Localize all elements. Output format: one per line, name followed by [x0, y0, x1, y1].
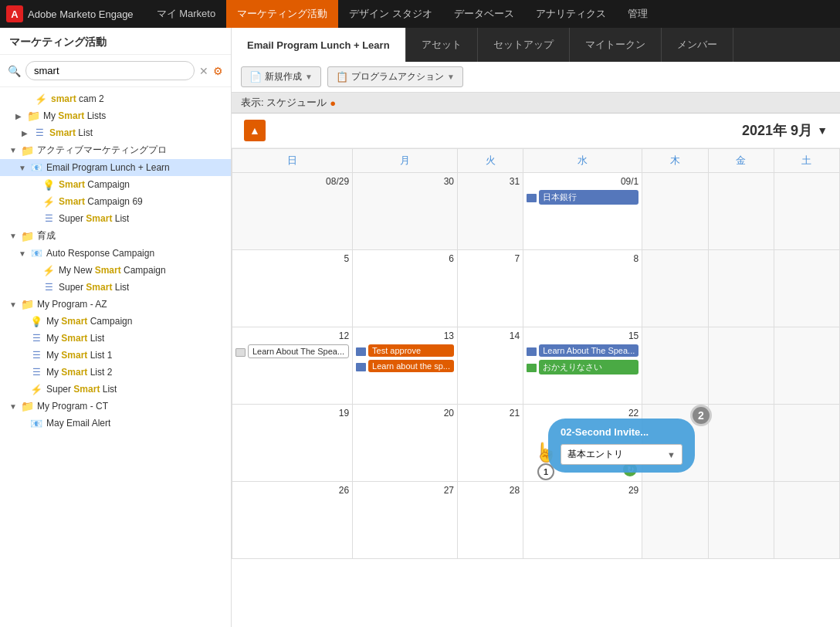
- calendar-cell-14[interactable]: 14: [457, 327, 523, 405]
- calendar-month-arrow[interactable]: ▼: [817, 124, 828, 137]
- sidebar-item-my-smart-list-2[interactable]: ☰ My Smart List 2: [0, 364, 231, 381]
- event-icon-blue-15: [527, 347, 537, 356]
- sidebar-item-may-email-alert[interactable]: 📧 May Email Alert: [0, 415, 231, 432]
- clear-search-icon[interactable]: ✕: [199, 65, 208, 77]
- sidebar-item-my-program-ct[interactable]: ▼ 📁 My Program - CT: [0, 398, 231, 415]
- calendar-cell-20[interactable]: 20: [353, 405, 458, 482]
- calendar-cell-12[interactable]: 12 Learn About The Spea...: [232, 327, 353, 405]
- sidebar-item-my-smart-lists[interactable]: ▶ 📁 My Smart Lists: [0, 107, 231, 124]
- sidebar-item-smart-campaign-69[interactable]: ⚡ Smart Campaign 69: [0, 193, 231, 210]
- bulb-icon: 💡: [42, 178, 56, 191]
- sidebar-item-super-smart-list-az[interactable]: ⚡ Super Smart List: [0, 381, 231, 398]
- nav-admin[interactable]: 管理: [617, 0, 659, 28]
- list-icon: ☰: [32, 127, 46, 139]
- nav-design-studio[interactable]: デザイン スタジオ: [338, 0, 443, 28]
- logo-text: Adobe Marketo Engage: [28, 8, 134, 20]
- cal-event-learn-sp[interactable]: Learn about the sp...: [368, 360, 454, 372]
- sidebar-item-email-program-lunch-learn[interactable]: ▼ 📧 Email Program Lunch + Learn: [0, 159, 231, 176]
- tree-toggle[interactable]: ▶: [22, 129, 32, 137]
- sidebar-item-my-program-az[interactable]: ▼ 📁 My Program - AZ: [0, 296, 231, 313]
- cal-date: 12: [235, 330, 349, 341]
- sidebar-item-super-smart-list-1[interactable]: ☰ Super Smart List: [0, 210, 231, 227]
- calendar-cell-15[interactable]: 15 Learn About The Spea... おかえりなさい: [523, 327, 642, 405]
- sidebar-item-smart-campaign-1[interactable]: 💡 Smart Campaign: [0, 176, 231, 193]
- cal-date: 27: [356, 485, 454, 496]
- calendar-cell-28[interactable]: 28: [457, 482, 523, 559]
- sidebar-item-my-smart-campaign-green[interactable]: 💡 My Smart Campaign: [0, 313, 231, 330]
- popup-dropdown-arrow[interactable]: ▼: [667, 450, 676, 459]
- tab-asset[interactable]: アセット: [406, 28, 478, 62]
- cal-event-test-approve[interactable]: Test approve: [368, 344, 454, 357]
- sidebar-item-my-new-smart-campaign[interactable]: ⚡ My New Smart Campaign: [0, 262, 231, 279]
- event-icon-blue-13b: [356, 363, 366, 371]
- calendar-up-button[interactable]: ▲: [244, 120, 266, 141]
- calendar-cell-13[interactable]: 13 Test approve Learn about the sp...: [353, 327, 458, 405]
- cal-event-row: Learn About The Spea...: [527, 344, 638, 358]
- calendar-cell-empty-11: [708, 405, 774, 482]
- folder-icon: 📁: [20, 400, 34, 412]
- nav-my-marketo[interactable]: マイ Marketo: [146, 0, 227, 28]
- calendar-cell-27[interactable]: 27: [353, 482, 458, 559]
- sidebar-title: マーケティング活動: [0, 28, 231, 55]
- calendar-cell-07[interactable]: 7: [457, 250, 523, 327]
- sidebar-item-my-smart-list[interactable]: ☰ My Smart List: [0, 330, 231, 347]
- cal-date: 09/1: [527, 176, 638, 187]
- sidebar-item-label: Super Smart List: [59, 213, 129, 224]
- calendar-cell-08[interactable]: 8: [523, 250, 642, 327]
- list-icon: ☰: [42, 212, 56, 225]
- calendar-cell-09-01[interactable]: 09/1 日本銀行: [523, 173, 642, 250]
- event-icon-white: [235, 348, 246, 357]
- tree-toggle[interactable]: ▼: [9, 402, 20, 411]
- calendar-cell-21[interactable]: 21: [457, 405, 523, 482]
- calendar-cell-26[interactable]: 26: [232, 482, 353, 559]
- cal-date: 19: [235, 408, 349, 419]
- new-create-button[interactable]: 📄 新規作成 ▼: [241, 66, 321, 87]
- tree-toggle[interactable]: ▼: [9, 232, 20, 240]
- tab-setup[interactable]: セットアップ: [478, 28, 570, 62]
- nav-database[interactable]: データベース: [443, 0, 525, 28]
- cal-event-nihon-bank[interactable]: 日本銀行: [539, 190, 638, 205]
- calendar-row-5: 26 27 28 29: [232, 482, 840, 559]
- sidebar-item-my-smart-list-1[interactable]: ☰ My Smart List 1: [0, 347, 231, 364]
- calendar-cell-06[interactable]: 6: [353, 250, 458, 327]
- nav-analytics[interactable]: アナリティクス: [525, 0, 617, 28]
- calendar-cell-08-31[interactable]: 31: [457, 173, 523, 250]
- tree-toggle[interactable]: ▼: [9, 146, 20, 154]
- sidebar-item-nurture[interactable]: ▼ 📁 育成: [0, 227, 231, 245]
- filter-icon[interactable]: ⚙: [213, 65, 223, 77]
- tree-toggle[interactable]: ▼: [9, 300, 20, 309]
- sidebar-item-active-marketing[interactable]: ▼ 📁 アクティブマーケティングプロ: [0, 141, 231, 159]
- program-action-button[interactable]: 📋 プログラムアクション ▼: [327, 66, 463, 87]
- calendar-cell-29[interactable]: 29: [523, 482, 642, 559]
- calendar-cell-08-30[interactable]: 30: [353, 173, 458, 250]
- cal-event-row: おかえりなさい: [527, 360, 638, 376]
- tab-email-program[interactable]: Email Program Lunch + Learn: [232, 28, 406, 62]
- weekday-tue: 火: [457, 149, 523, 173]
- cal-event-learn-spea-12[interactable]: Learn About The Spea...: [248, 344, 349, 358]
- cal-event-okaeri[interactable]: おかえりなさい: [539, 360, 638, 375]
- lightning-icon: ⚡: [42, 264, 56, 276]
- tree-toggle[interactable]: ▼: [19, 164, 29, 172]
- nav-marketing-activities[interactable]: マーケティング活動: [226, 0, 338, 28]
- calendar-row-3: 12 Learn About The Spea... 13: [232, 327, 840, 405]
- search-input[interactable]: [25, 61, 195, 80]
- sidebar-item-label: May Email Alert: [46, 418, 110, 429]
- calendar-cell-05[interactable]: 5: [232, 250, 353, 327]
- calendar-cell-08-29[interactable]: 08/29: [232, 173, 353, 250]
- sidebar-item-super-smart-list-nurture[interactable]: ☰ Super Smart List: [0, 279, 231, 296]
- sidebar-item-smart-cam[interactable]: ⚡ smart cam 2: [0, 90, 231, 107]
- sidebar-item-auto-response[interactable]: ▼ 📧 Auto Response Campaign: [0, 245, 231, 262]
- calendar-cell-19[interactable]: 19: [232, 405, 353, 482]
- sidebar-item-smart-list[interactable]: ▶ ☰ Smart List: [0, 124, 231, 141]
- weekday-sat: 土: [774, 149, 839, 173]
- list-icon: ☰: [29, 366, 43, 378]
- popup-dropdown[interactable]: 基本エントリ ▼: [561, 444, 682, 465]
- cal-event-learn-spea-15[interactable]: Learn About The Spea...: [539, 344, 638, 357]
- cal-date: 6: [356, 253, 454, 264]
- program-action-label: プログラムアクション: [351, 70, 444, 83]
- list-icon: ☰: [42, 281, 56, 293]
- tab-my-token[interactable]: マイトークン: [570, 28, 662, 62]
- tree-toggle[interactable]: ▼: [19, 249, 29, 258]
- tab-member[interactable]: メンバー: [662, 28, 733, 62]
- tree-toggle[interactable]: ▶: [15, 112, 26, 120]
